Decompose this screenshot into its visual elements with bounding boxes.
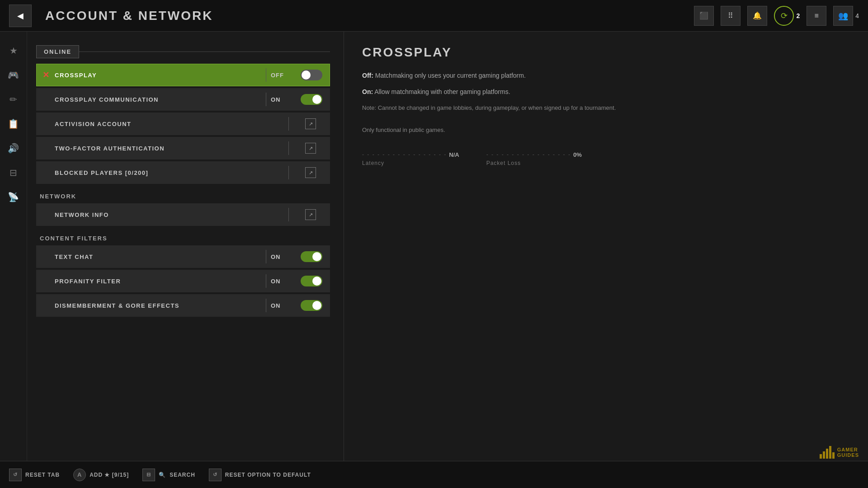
info-panel: CROSSPLAY Off: Matchmaking only uses you… — [344, 32, 868, 461]
search-action[interactable]: ⊟ 🔍 SEARCH — [142, 469, 195, 481]
search-label: SEARCH — [170, 472, 195, 478]
network-info-label: NETWORK INFO — [55, 211, 284, 218]
settings-icon-button[interactable]: ⬛ — [694, 6, 714, 26]
text-chat-label: TEXT CHAT — [55, 253, 261, 260]
2fa-link-area[interactable]: ↗ — [293, 143, 330, 154]
sidebar-item-network[interactable]: 📡 — [4, 187, 24, 207]
grid-icon: ⠿ — [728, 11, 733, 20]
reset-option-icon: ↺ — [209, 469, 222, 481]
latency-stat: - - - - - - - - - - - - - - - - - N/A La… — [362, 151, 459, 166]
players-icon: 👥 — [833, 6, 853, 26]
toggle-knob — [312, 301, 321, 310]
row-divider — [288, 208, 289, 221]
watermark-bars-icon — [820, 446, 835, 459]
add-icon: A — [73, 469, 86, 481]
activision-link-area[interactable]: ↗ — [293, 118, 330, 129]
text-chat-toggle[interactable] — [301, 251, 322, 262]
display-icon: ⊟ — [9, 167, 17, 178]
sidebar-item-audio[interactable]: 🔊 — [4, 138, 24, 158]
row-divider — [288, 166, 289, 179]
comm-value: ON — [271, 96, 293, 103]
activision-row[interactable]: ACTIVISION ACCOUNT ↗ — [36, 113, 330, 135]
content-filters-section-label: CONTENT FILTERS — [36, 228, 330, 245]
grid-icon-button[interactable]: ⠿ — [721, 6, 741, 26]
packet-value: 0% — [573, 151, 582, 158]
circle-icon: ⟳ — [774, 6, 794, 26]
crossplay-communication-row[interactable]: CROSSPLAY COMMUNICATION ON — [36, 88, 330, 111]
text-chat-toggle-area[interactable] — [293, 251, 330, 262]
latency-label: Latency — [362, 160, 459, 166]
crossplay-value: OFF — [271, 72, 293, 79]
packet-label: Packet Loss — [486, 160, 582, 166]
network-icon: 📡 — [8, 192, 19, 202]
row-divider — [266, 93, 266, 106]
off-label: Off: — [362, 72, 373, 79]
page-title: ACCOUNT & NETWORK — [45, 9, 213, 23]
bell-icon-button[interactable]: 🔔 — [747, 6, 767, 26]
blocked-players-row[interactable]: BLOCKED PLAYERS [0/200] ↗ — [36, 161, 330, 184]
back-button[interactable]: ◀ — [9, 5, 32, 27]
toggle-knob — [312, 252, 321, 261]
gore-toggle-area[interactable] — [293, 300, 330, 311]
comm-toggle-area[interactable] — [293, 94, 330, 105]
reset-tab-icon: ↺ — [9, 469, 22, 481]
profanity-toggle[interactable] — [301, 276, 322, 286]
online-tab: ONLINE — [36, 45, 79, 58]
search-icon-magnify: 🔍 — [159, 472, 166, 478]
gore-label: DISMEMBERMENT & GORE EFFECTS — [55, 302, 261, 309]
crossplay-toggle[interactable] — [301, 70, 322, 80]
row-divider — [288, 117, 289, 131]
profanity-toggle-area[interactable] — [293, 276, 330, 286]
latency-dots: - - - - - - - - - - - - - - - - - — [362, 151, 447, 158]
blocked-link-area[interactable]: ↗ — [293, 167, 330, 178]
info-on-text: On: Allow matchmaking with other gaming … — [362, 87, 850, 97]
info-stats: - - - - - - - - - - - - - - - - - N/A La… — [362, 151, 850, 166]
external-link-icon: ↗ — [305, 143, 316, 154]
activision-label: ACTIVISION ACCOUNT — [55, 121, 284, 127]
reset-tab-action[interactable]: ↺ RESET TAB — [9, 469, 60, 481]
toggle-knob — [312, 277, 321, 286]
gore-row[interactable]: DISMEMBERMENT & GORE EFFECTS ON — [36, 294, 330, 317]
crossplay-toggle-area[interactable] — [293, 70, 330, 80]
sidebar-item-favorites[interactable]: ★ — [4, 41, 24, 61]
section-divider-line — [79, 52, 330, 52]
crossplay-label: CROSSPLAY — [55, 72, 261, 79]
settings-panel: ONLINE ✕ CROSSPLAY OFF CROSSPLAY COMMUNI… — [27, 32, 344, 461]
main-content: ONLINE ✕ CROSSPLAY OFF CROSSPLAY COMMUNI… — [27, 32, 868, 461]
comm-toggle[interactable] — [301, 94, 322, 105]
on-description: Allow matchmaking with other gaming plat… — [374, 88, 510, 95]
add-favorite-label: ADD ★ [9/15] — [90, 472, 129, 478]
bell-icon: 🔔 — [753, 11, 762, 20]
online-section-header: ONLINE — [36, 45, 330, 58]
reset-option-action[interactable]: ↺ RESET OPTION TO DEFAULT — [209, 469, 311, 481]
header-actions: ⬛ ⠿ 🔔 ⟳ 2 ≡ 👥 4 — [694, 6, 859, 26]
external-link-icon: ↗ — [305, 209, 316, 220]
row-divider — [266, 68, 266, 82]
gore-toggle[interactable] — [301, 300, 322, 311]
add-favorite-action[interactable]: A ADD ★ [9/15] — [73, 469, 129, 481]
notification-badge[interactable]: ⟳ 2 — [774, 6, 800, 26]
sidebar-item-notes[interactable]: 📋 — [4, 114, 24, 134]
sidebar-item-controller[interactable]: 🎮 — [4, 65, 24, 85]
on-label: On: — [362, 88, 373, 95]
menu-icon: ≡ — [815, 12, 819, 20]
star-icon: ★ — [9, 45, 18, 56]
settings-icon: ⬛ — [699, 11, 708, 20]
bar2 — [823, 451, 825, 459]
sidebar-item-display[interactable]: ⊟ — [4, 163, 24, 183]
network-info-link-area[interactable]: ↗ — [293, 209, 330, 220]
two-factor-row[interactable]: TWO-FACTOR AUTHENTICATION ↗ — [36, 137, 330, 160]
sidebar-item-edit[interactable]: ✏ — [4, 89, 24, 109]
network-info-row[interactable]: NETWORK INFO ↗ — [36, 203, 330, 226]
menu-icon-button[interactable]: ≡ — [807, 6, 826, 26]
external-link-icon: ↗ — [305, 118, 316, 129]
crossplay-row[interactable]: ✕ CROSSPLAY OFF — [36, 64, 330, 86]
bar3 — [826, 449, 828, 459]
info-off-text: Off: Matchmaking only uses your current … — [362, 70, 850, 80]
profanity-filter-row[interactable]: PROFANITY FILTER ON — [36, 270, 330, 292]
profanity-value: ON — [271, 278, 293, 285]
two-factor-label: TWO-FACTOR AUTHENTICATION — [55, 145, 284, 152]
off-description: Matchmaking only uses your current gamin… — [375, 72, 526, 79]
sidebar: ★ 🎮 ✏ 📋 🔊 ⊟ 📡 — [0, 32, 27, 461]
text-chat-row[interactable]: TEXT CHAT ON — [36, 245, 330, 268]
